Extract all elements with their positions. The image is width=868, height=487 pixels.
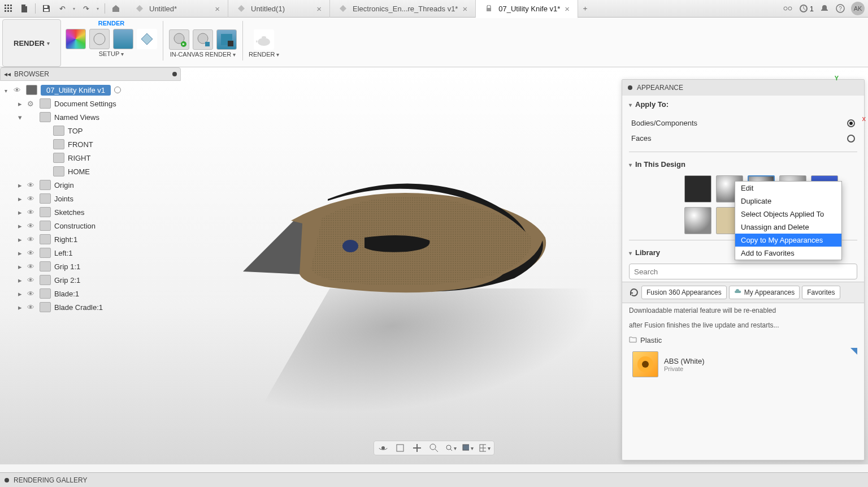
tree-root[interactable]: 👁 07_Utility Knife v1 xyxy=(1,83,180,97)
expand-icon[interactable]: ▾ xyxy=(18,113,24,122)
expand-icon[interactable]: ▸ xyxy=(18,100,24,108)
tree-row[interactable]: ▸👁Origin xyxy=(1,178,180,192)
new-tab-button[interactable]: ＋ xyxy=(578,0,592,18)
tree-row[interactable]: TOP xyxy=(1,124,180,137)
expand-icon[interactable] xyxy=(5,86,10,94)
model-3d[interactable] xyxy=(237,147,554,317)
download-flag-icon[interactable] xyxy=(850,348,857,355)
file-icon[interactable] xyxy=(19,3,29,14)
expand-icon[interactable]: ▸ xyxy=(18,208,24,217)
visibility-icon[interactable]: 👁 xyxy=(27,195,36,203)
job-status-icon[interactable] xyxy=(798,3,809,14)
home-icon[interactable] xyxy=(111,3,121,14)
visibility-icon[interactable]: 👁 xyxy=(27,222,36,230)
avatar[interactable]: AK xyxy=(851,2,865,15)
tree-row[interactable]: HOME xyxy=(1,165,180,178)
appearance-header[interactable]: APPEARANCE xyxy=(622,80,864,96)
expand-icon[interactable]: ▸ xyxy=(18,181,24,189)
tab-my-appearances[interactable]: My Appearances xyxy=(729,286,800,299)
collapse-icon[interactable] xyxy=(629,160,632,169)
tree-row[interactable]: ▸👁Blade Cradle:1 xyxy=(1,300,180,314)
in-canvas-render-icon[interactable] xyxy=(169,29,189,50)
tree-row[interactable]: ▾Named Views xyxy=(1,110,180,124)
apply-to-header[interactable]: Apply To: xyxy=(622,96,864,113)
expand-icon[interactable]: ▸ xyxy=(18,235,24,244)
ribbon-tab-render[interactable]: RENDER xyxy=(98,20,124,27)
look-at-icon[interactable] xyxy=(394,442,406,454)
tree-row[interactable]: ▸👁Sketches xyxy=(1,205,180,219)
material-swatch[interactable] xyxy=(684,207,711,234)
visibility-icon[interactable]: 👁 xyxy=(14,86,23,94)
texture-map-icon[interactable] xyxy=(137,29,157,49)
library-category[interactable]: Plastic xyxy=(622,333,864,348)
tree-row[interactable]: ▸👁Grip 2:1 xyxy=(1,273,180,287)
app-grid-icon[interactable] xyxy=(3,3,14,14)
tab-fusion-appearances[interactable]: Fusion 360 Appearances xyxy=(641,286,727,299)
display-settings-icon[interactable] xyxy=(462,442,474,454)
in-canvas-settings-icon[interactable] xyxy=(193,29,213,50)
context-menu-item[interactable]: Edit xyxy=(735,182,841,195)
tab-favorites[interactable]: Favorites xyxy=(802,286,840,299)
scene-settings-icon[interactable] xyxy=(89,29,110,49)
library-item[interactable]: ABS (White) Private xyxy=(622,348,864,381)
visibility-icon[interactable]: 👁 xyxy=(27,181,36,189)
tree-row[interactable]: FRONT xyxy=(1,137,180,151)
help-icon[interactable]: ? xyxy=(835,3,845,14)
expand-icon[interactable]: ▸ xyxy=(18,262,24,271)
expand-icon[interactable]: ▸ xyxy=(18,303,24,312)
doc-tab-active[interactable]: 07_Utility Knife v1* × xyxy=(476,0,578,18)
browser-options-icon[interactable] xyxy=(172,72,177,76)
tree-row[interactable]: ▸👁Construction xyxy=(1,219,180,232)
close-icon[interactable]: × xyxy=(316,4,322,14)
close-icon[interactable]: × xyxy=(462,4,467,14)
save-icon[interactable] xyxy=(41,3,51,14)
doc-tab[interactable]: Untitled* × xyxy=(127,0,228,18)
search-input[interactable] xyxy=(629,264,857,279)
tree-row[interactable]: ▸👁Grip 1:1 xyxy=(1,260,180,273)
radio-checked-icon[interactable] xyxy=(847,119,855,127)
tree-row[interactable]: ▸⚙Document Settings xyxy=(1,97,180,110)
expand-icon[interactable]: ▸ xyxy=(18,290,24,298)
context-menu-item[interactable]: Duplicate xyxy=(735,195,841,208)
zoom-icon[interactable] xyxy=(428,442,440,454)
collapse-icon[interactable] xyxy=(629,100,632,109)
extensions-icon[interactable] xyxy=(783,3,793,14)
render-teapot-icon[interactable] xyxy=(254,29,274,50)
radio-icon[interactable] xyxy=(847,135,855,143)
pan-icon[interactable] xyxy=(411,442,423,454)
setup-group-label[interactable]: SETUP xyxy=(99,50,124,57)
visibility-icon[interactable]: 👁 xyxy=(27,262,36,271)
context-menu-item[interactable]: Select Objects Applied To xyxy=(735,208,841,221)
browser-header[interactable]: ◂◂ BROWSER xyxy=(0,67,181,81)
appearance-icon[interactable] xyxy=(66,29,86,49)
gear-icon[interactable]: ⚙ xyxy=(27,100,36,108)
collapse-icon[interactable]: ◂◂ xyxy=(4,70,11,78)
visibility-icon[interactable]: 👁 xyxy=(27,303,36,312)
capture-image-icon[interactable] xyxy=(216,29,237,50)
in-canvas-group-label[interactable]: IN-CANVAS RENDER xyxy=(170,51,236,58)
workspace-switcher[interactable]: RENDER ▾ xyxy=(2,19,61,67)
rendering-gallery-bar[interactable]: RENDERING GALLERY xyxy=(0,472,868,487)
doc-tab[interactable]: Electronics_En...re_Threads v1* × xyxy=(330,0,476,18)
orbit-icon[interactable] xyxy=(377,442,389,454)
close-x[interactable]: x xyxy=(862,114,866,123)
visibility-icon[interactable]: 👁 xyxy=(27,235,36,244)
visibility-icon[interactable]: 👁 xyxy=(27,208,36,217)
faces-radio-row[interactable]: Faces xyxy=(630,131,856,146)
expand-icon[interactable]: ▸ xyxy=(18,195,24,203)
zoom-dropdown-icon[interactable] xyxy=(445,442,457,454)
material-swatch[interactable] xyxy=(684,175,711,202)
visibility-icon[interactable]: 👁 xyxy=(27,276,36,285)
in-this-design-header[interactable]: In This Design xyxy=(622,156,864,173)
visibility-icon[interactable]: 👁 xyxy=(27,290,36,298)
redo-icon[interactable]: ↷ xyxy=(81,3,91,14)
activate-radio-icon[interactable] xyxy=(114,87,121,93)
close-icon[interactable]: × xyxy=(215,4,220,14)
expand-icon[interactable]: ▸ xyxy=(18,222,24,230)
visibility-icon[interactable]: 👁 xyxy=(27,249,36,257)
context-menu-item[interactable]: Unassign and Delete xyxy=(735,221,841,234)
bodies-radio-row[interactable]: Bodies/Components xyxy=(630,115,856,131)
undo-icon[interactable]: ↶ xyxy=(57,3,67,14)
panel-options-icon[interactable] xyxy=(628,85,632,90)
expand-icon[interactable]: ▸ xyxy=(18,276,24,285)
